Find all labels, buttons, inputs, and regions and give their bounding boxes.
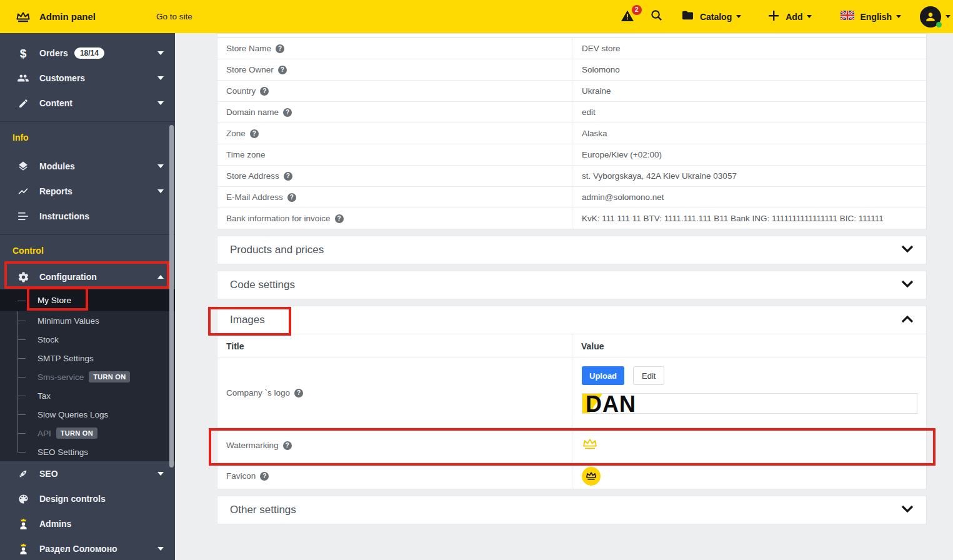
add-menu[interactable]: Add bbox=[767, 9, 812, 24]
accordion-images[interactable]: Images bbox=[217, 306, 926, 334]
chart-line-icon bbox=[17, 187, 29, 196]
sidebar-scrollbar[interactable] bbox=[169, 125, 174, 468]
online-status-dot bbox=[936, 22, 942, 28]
submenu-item-smtp-settings[interactable]: SMTP Settings bbox=[0, 349, 175, 368]
plus-icon bbox=[767, 9, 780, 24]
label-text: E-Mail Address bbox=[226, 192, 283, 202]
accordion-products-and-prices[interactable]: Products and prices bbox=[217, 236, 926, 264]
submenu-label: Stock bbox=[37, 335, 59, 344]
table-row: Store Address? st. Vyborgskaya, 42A Kiev… bbox=[217, 165, 926, 186]
row-label: Zone? bbox=[217, 123, 572, 144]
section-title: Other settings bbox=[230, 504, 296, 516]
top-bar: Admin panel Go to site 2 Catalog Add Eng… bbox=[0, 0, 953, 33]
submenu-item-seo-settings[interactable]: SEO Settings bbox=[0, 442, 175, 461]
catalog-label: Catalog bbox=[700, 12, 732, 22]
sidebar-item-seo[interactable]: SEO bbox=[0, 461, 175, 486]
help-icon[interactable]: ? bbox=[260, 87, 269, 96]
row-value[interactable]: edit bbox=[572, 102, 926, 122]
folder-icon bbox=[681, 10, 694, 23]
admin-crown-icon bbox=[17, 518, 29, 530]
rocket-icon bbox=[17, 468, 29, 479]
watermarking-row: Watermarking ? bbox=[217, 428, 926, 462]
help-icon[interactable]: ? bbox=[335, 214, 344, 223]
sidebar-item-admins[interactable]: Admins bbox=[0, 511, 175, 536]
edit-button[interactable]: Edit bbox=[633, 366, 664, 385]
help-icon[interactable]: ? bbox=[287, 193, 296, 202]
table-row: E-Mail Address? admin@solomono.net bbox=[217, 186, 926, 208]
sidebar-item-label: Instructions bbox=[39, 211, 89, 221]
help-icon[interactable]: ? bbox=[283, 108, 292, 117]
help-icon[interactable]: ? bbox=[276, 44, 284, 53]
sidebar-item-content[interactable]: Content bbox=[0, 91, 175, 116]
sidebar-item-solomono-section[interactable]: Раздел Соломоно bbox=[0, 536, 175, 560]
row-value[interactable]: admin@solomono.net bbox=[572, 187, 926, 208]
sidebar-item-label: Admins bbox=[39, 519, 71, 529]
customers-icon bbox=[17, 73, 29, 83]
section-title: Products and prices bbox=[230, 244, 324, 256]
sidebar-item-modules[interactable]: Modules bbox=[0, 154, 175, 179]
accordion-code-settings[interactable]: Code settings bbox=[217, 271, 926, 299]
main-content: Store Name? DEV store Store Owner? Solom… bbox=[175, 33, 953, 560]
submenu-item-minimum-values[interactable]: Minimum Values bbox=[0, 311, 175, 330]
submenu-item-my-store[interactable]: My Store bbox=[0, 289, 175, 311]
chevron-down-icon bbox=[901, 244, 914, 256]
row-value[interactable]: Europe/Kiev (+02:00) bbox=[572, 144, 926, 165]
sidebar-item-label: Reports bbox=[39, 186, 72, 196]
label-text: Bank information for invoice bbox=[226, 214, 331, 223]
submenu-label: SEO Settings bbox=[37, 448, 88, 457]
sidebar-item-instructions[interactable]: Instructions bbox=[0, 204, 175, 229]
help-icon[interactable]: ? bbox=[283, 441, 292, 450]
sidebar-item-configuration[interactable]: Configuration bbox=[0, 264, 175, 289]
sidebar-item-orders[interactable]: $ Orders 18/14 bbox=[0, 41, 175, 66]
upload-button[interactable]: Upload bbox=[582, 366, 624, 385]
help-icon[interactable]: ? bbox=[260, 472, 269, 481]
chevron-down-icon bbox=[736, 15, 741, 18]
help-icon[interactable]: ? bbox=[278, 66, 287, 74]
row-value[interactable]: KvK: 111 111 11 BTV: 1111.111.111 B11 Ba… bbox=[572, 208, 926, 229]
submenu-label: Minimum Values bbox=[37, 316, 99, 326]
help-icon[interactable]: ? bbox=[284, 172, 292, 181]
table-row: Domain name? edit bbox=[217, 101, 926, 122]
submenu-item-tax[interactable]: Tax bbox=[0, 386, 175, 405]
submenu-item-sms-service[interactable]: Sms-service TURN ON bbox=[0, 368, 175, 386]
sidebar-section-control: Control bbox=[0, 241, 175, 261]
crown-logo-icon bbox=[16, 11, 31, 23]
sidebar-item-design-controls[interactable]: Design controls bbox=[0, 486, 175, 511]
section-title: Code settings bbox=[230, 279, 295, 291]
row-value[interactable]: Ukraine bbox=[572, 81, 926, 101]
sidebar-item-customers[interactable]: Customers bbox=[0, 66, 175, 91]
row-value[interactable]: st. Vyborgskaya, 42A Kiev Ukraine 03057 bbox=[572, 166, 926, 186]
chevron-down-icon bbox=[157, 101, 164, 105]
help-icon[interactable]: ? bbox=[250, 129, 259, 138]
column-header-value: Value bbox=[572, 334, 604, 358]
sidebar-item-label: Modules bbox=[39, 161, 75, 171]
chevron-down-icon bbox=[157, 547, 164, 551]
chevron-down-icon bbox=[157, 472, 164, 476]
section-images: Images Title Value Company `s logo ? Upl… bbox=[217, 306, 927, 489]
add-label: Add bbox=[786, 12, 802, 22]
help-icon[interactable]: ? bbox=[294, 389, 303, 398]
row-label: Time zone bbox=[217, 144, 572, 165]
alerts-button[interactable]: 2 bbox=[621, 9, 634, 24]
images-table-header: Title Value bbox=[217, 334, 926, 358]
submenu-item-api[interactable]: API TURN ON bbox=[0, 424, 175, 442]
table-row: Store Name? DEV store bbox=[217, 38, 926, 59]
search-button[interactable] bbox=[651, 9, 662, 24]
sidebar-item-label: Раздел Соломоно bbox=[39, 544, 117, 554]
row-value[interactable]: DEV store bbox=[572, 38, 926, 59]
language-menu[interactable]: English bbox=[841, 11, 901, 22]
row-value[interactable]: Alaska bbox=[572, 123, 926, 144]
row-value[interactable]: Solomono bbox=[572, 59, 926, 80]
row-label: Domain name? bbox=[217, 102, 572, 122]
sidebar-item-reports[interactable]: Reports bbox=[0, 179, 175, 204]
submenu-item-slow-queries-logs[interactable]: Slow Queries Logs bbox=[0, 405, 175, 424]
catalog-menu[interactable]: Catalog bbox=[681, 10, 741, 23]
accordion-other-settings[interactable]: Other settings bbox=[217, 496, 926, 524]
submenu-label: API bbox=[37, 429, 51, 438]
row-label: Watermarking ? bbox=[217, 428, 572, 462]
profile-menu[interactable] bbox=[920, 6, 951, 28]
submenu-item-stock[interactable]: Stock bbox=[0, 330, 175, 349]
company-logo-row: Company `s logo ? Upload Edit DAN bbox=[217, 358, 926, 428]
go-to-site-link[interactable]: Go to site bbox=[156, 12, 192, 21]
table-row: Store Owner? Solomono bbox=[217, 59, 926, 80]
